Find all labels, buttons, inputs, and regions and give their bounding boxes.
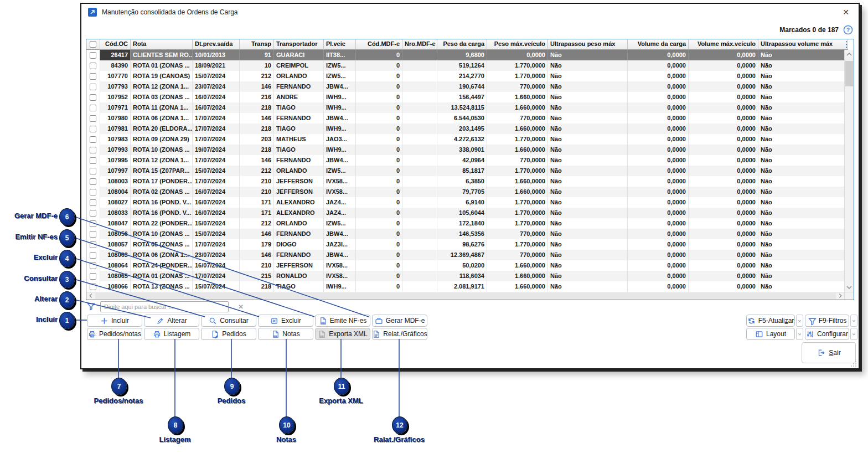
table-cell[interactable]: IWH9... (324, 281, 356, 292)
table-cell[interactable]: JBW4... (324, 155, 356, 166)
column-header-rota[interactable]: Rota (131, 39, 193, 50)
table-cell[interactable] (402, 60, 437, 71)
table-cell[interactable]: ALEXANDRO (274, 208, 324, 218)
table-cell[interactable]: 0 (356, 260, 402, 271)
table-cell[interactable]: 1.770,0000 (487, 208, 548, 218)
sair-button[interactable]: Sair (802, 342, 856, 363)
row-checkbox[interactable] (90, 84, 96, 90)
table-cell[interactable]: 0 (356, 81, 402, 92)
table-cell[interactable]: 0,0000 (689, 134, 758, 145)
table-cell[interactable]: 338,0901 (437, 145, 487, 155)
clear-search-icon[interactable]: ✕ (236, 302, 245, 311)
table-cell[interactable]: 118,6034 (437, 271, 487, 281)
table-cell[interactable]: ROTA 10 (ZONAS ... (131, 145, 193, 155)
table-row[interactable]: 108033ROTA 16 (POND. V...16/07/2024171AL… (86, 208, 848, 218)
table-cell[interactable]: 0,0000 (628, 260, 689, 271)
scroll-right-icon[interactable] (836, 292, 845, 300)
table-cell[interactable]: 770,0000 (487, 250, 548, 260)
table-cell[interactable]: 0,0000 (628, 92, 689, 102)
table-cell[interactable]: 0,0000 (487, 50, 548, 60)
table-cell[interactable]: 17/07/2024 (193, 123, 240, 134)
table-cell[interactable]: 0,0000 (689, 176, 758, 187)
table-cell[interactable]: Não (758, 134, 848, 145)
table-cell[interactable]: 108004 (100, 187, 131, 197)
table-cell[interactable]: 218 (240, 281, 274, 292)
table-row[interactable]: 108057ROTA 05 (ZONAS ...17/07/2024179DIO… (86, 239, 848, 250)
table-cell[interactable]: Não (548, 113, 628, 123)
scroll-up-icon[interactable] (845, 50, 854, 59)
table-cell[interactable]: 203,1495 (437, 123, 487, 134)
table-cell[interactable]: Não (548, 60, 628, 71)
table-cell[interactable]: Não (758, 155, 848, 166)
table-cell[interactable]: 1.660,0000 (487, 187, 548, 197)
excluir-button[interactable]: Excluir (258, 315, 313, 327)
table-cell[interactable]: 0 (356, 239, 402, 250)
table-cell[interactable]: 1.770,0000 (487, 218, 548, 229)
table-cell[interactable]: Não (548, 197, 628, 208)
table-cell[interactable]: 6,9140 (437, 197, 487, 208)
table-row[interactable]: 107980ROTA 06 (ZONA 1...17/07/2024146FER… (86, 113, 848, 123)
table-cell[interactable]: 107981 (100, 123, 131, 134)
incluir-button[interactable]: Incluir (87, 315, 142, 327)
table-row[interactable]: 107793ROTA 12 (ZONA 1...23/07/2024146FER… (86, 81, 848, 92)
table-cell[interactable]: 171 (240, 197, 274, 208)
table-cell[interactable]: DIOGO (274, 239, 324, 250)
table-cell[interactable]: ROTA 09 (ZONA 29) (131, 134, 193, 145)
table-cell[interactable]: 0 (356, 250, 402, 260)
column-header-ultrapassou-peso-m-x[interactable]: Ultrapassou peso máx (548, 39, 628, 50)
table-cell[interactable]: 15/07/2024 (193, 229, 240, 239)
row-checkbox-cell[interactable] (86, 176, 100, 187)
row-checkbox-cell[interactable] (86, 271, 100, 281)
row-checkbox-cell[interactable] (86, 281, 100, 292)
table-cell[interactable]: 108065 (100, 271, 131, 281)
table-cell[interactable]: 146 (240, 113, 274, 123)
table-cell[interactable]: Não (548, 134, 628, 145)
table-cell[interactable]: 0,0000 (628, 239, 689, 250)
search-input[interactable] (100, 301, 229, 312)
table-cell[interactable]: ROTA 24 (PONDER... (131, 260, 193, 271)
column-header-peso-da-carga[interactable]: Peso da carga (437, 39, 487, 50)
table-cell[interactable] (402, 281, 437, 292)
table-cell[interactable]: IWH9... (324, 145, 356, 155)
table-cell[interactable]: 146 (240, 229, 274, 239)
table-cell[interactable]: JBW4... (324, 250, 356, 260)
help-icon[interactable]: ? (843, 25, 853, 35)
table-cell[interactable]: 0,0000 (689, 229, 758, 239)
column-header-transp[interactable]: Transp (240, 39, 274, 50)
table-cell[interactable]: 1.660,0000 (487, 145, 548, 155)
table-cell[interactable]: Não (758, 60, 848, 71)
table-cell[interactable]: Não (758, 250, 848, 260)
table-cell[interactable]: 172,1840 (437, 218, 487, 229)
table-cell[interactable]: 0 (356, 229, 402, 239)
table-cell[interactable]: 108066 (100, 281, 131, 292)
row-checkbox[interactable] (90, 252, 96, 259)
table-cell[interactable]: ROTA 12 (ZONA 1... (131, 155, 193, 166)
table-cell[interactable]: Não (758, 166, 848, 176)
f9-filtros-dropdown-toggle[interactable] (850, 315, 857, 327)
table-cell[interactable]: ROTA 06 (ZONA 1... (131, 250, 193, 260)
table-cell[interactable] (402, 134, 437, 145)
table-cell[interactable]: 0,0000 (628, 229, 689, 239)
table-cell[interactable]: 215 (240, 271, 274, 281)
table-cell[interactable]: ROTA 02 (ZONAS ... (131, 187, 193, 197)
table-cell[interactable]: 10 (240, 60, 274, 71)
table-cell[interactable]: 107993 (100, 145, 131, 155)
table-cell[interactable]: 107997 (100, 166, 131, 176)
table-cell[interactable]: Não (548, 250, 628, 260)
table-cell[interactable]: 79,7705 (437, 187, 487, 197)
row-checkbox-cell[interactable] (86, 218, 100, 229)
table-cell[interactable]: 0 (356, 197, 402, 208)
table-cell[interactable]: 0 (356, 145, 402, 155)
table-cell[interactable]: 0,0000 (689, 260, 758, 271)
table-cell[interactable]: 0,0000 (689, 145, 758, 155)
table-cell[interactable]: 1.770,0000 (487, 239, 548, 250)
table-cell[interactable]: 0 (356, 187, 402, 197)
f5-atualizar-dropdown-toggle[interactable] (796, 315, 803, 327)
table-cell[interactable]: 1.660,0000 (487, 281, 548, 292)
table-cell[interactable]: Não (548, 281, 628, 292)
table-cell[interactable]: 203 (240, 134, 274, 145)
row-checkbox[interactable] (90, 262, 96, 269)
table-cell[interactable]: 0 (356, 50, 402, 60)
table-cell[interactable]: 0,0000 (628, 176, 689, 187)
table-cell[interactable] (402, 208, 437, 218)
